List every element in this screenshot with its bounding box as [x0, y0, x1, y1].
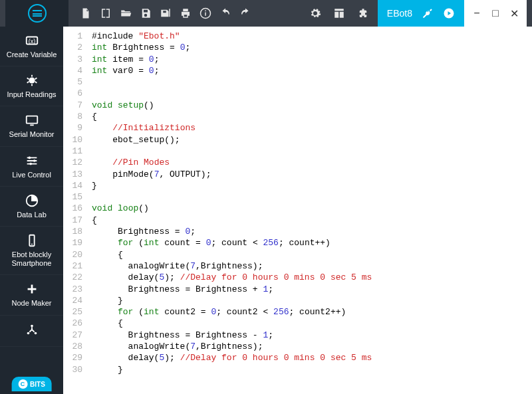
sidebar-item-node-maker[interactable]: Node Maker — [0, 275, 63, 315]
svg-point-6 — [29, 78, 35, 84]
svg-point-14 — [27, 332, 29, 334]
bug-icon — [25, 73, 39, 88]
code-line — [92, 146, 532, 157]
code-line: for (int count = 0; count < 256; count++… — [92, 237, 532, 248]
code-area[interactable]: #include "Ebot.h"int Brightness = 0;int … — [86, 27, 532, 394]
sidebar-item-label: Create Variable — [7, 50, 57, 59]
variable-icon: (x) — [25, 33, 39, 48]
window-controls: − □ ✕ — [464, 0, 527, 27]
code-line: ebot_setup(); — [92, 134, 532, 146]
sidebar-item-label: Live Control — [12, 171, 51, 179]
code-line: Brightness = Brightness - 1; — [92, 330, 532, 341]
code-line: } — [92, 295, 532, 306]
sidebar-item-create-variable[interactable]: (x) Create Variable — [0, 27, 63, 66]
code-line: delay(5); //Delay for 0 hours 0 mins 0 s… — [92, 352, 532, 363]
code-line: void loop() — [92, 203, 532, 214]
code-line: delay(5); //Delay for 0 hours 0 mins 0 s… — [92, 272, 532, 283]
code-line: Brightness = Brightness + 1; — [92, 284, 532, 295]
code-line — [92, 76, 532, 88]
code-line: pinMode(7, OUTPUT); — [92, 169, 532, 180]
sidebar: (x) Create Variable Input Readings Seria… — [0, 27, 63, 394]
gear-icon[interactable] — [306, 4, 325, 23]
code-line: Brightness = 0; — [92, 226, 532, 237]
code-line: } — [92, 364, 532, 375]
code-line: { — [92, 111, 532, 122]
sidebar-item-label: Node Maker — [12, 299, 52, 308]
maximize-icon[interactable]: □ — [489, 7, 501, 19]
book-icon[interactable] — [96, 4, 115, 23]
sidebar-item-label: Data Lab — [17, 211, 47, 219]
sidebar-item-label: Serial Monitor — [9, 130, 55, 139]
sidebar-item-label: Ebot blockly Smartphone — [3, 250, 61, 268]
code-line: analogWrite(7,Brightness); — [92, 260, 532, 272]
play-icon[interactable] — [443, 7, 455, 19]
sidebar-item-input-readings[interactable]: Input Readings — [0, 66, 63, 106]
smartphone-icon — [25, 233, 39, 248]
pie-chart-icon — [25, 193, 39, 208]
print-icon[interactable] — [176, 4, 195, 23]
new-file-icon[interactable] — [76, 4, 95, 23]
layout-icon[interactable] — [330, 4, 348, 23]
code-line: void setup() — [92, 100, 532, 111]
svg-text:(x): (x) — [28, 38, 35, 45]
code-line: for (int count2 = 0; count2 < 256; count… — [92, 306, 532, 318]
code-line: int var0 = 0; — [92, 65, 532, 76]
code-line: { — [92, 318, 532, 329]
code-line — [92, 88, 532, 99]
tab-label: EBot8 — [387, 8, 412, 19]
undo-icon[interactable] — [216, 4, 235, 23]
code-line: //Pin Modes — [92, 157, 532, 168]
save-icon[interactable] — [136, 4, 155, 23]
svg-point-8 — [28, 156, 31, 159]
code-editor[interactable]: 1234567891011121314151617181920212223242… — [63, 27, 532, 394]
svg-point-10 — [29, 162, 32, 165]
minimize-icon[interactable]: − — [471, 7, 483, 19]
bits-label: BITS — [30, 381, 45, 388]
code-line: //Initializtions — [92, 122, 532, 134]
open-folder-icon[interactable] — [116, 4, 135, 23]
sliders-icon — [25, 153, 39, 168]
code-line: int item = 0; — [92, 54, 532, 65]
sidebar-item-data-lab[interactable]: Data Lab — [0, 187, 63, 227]
sidebar-item-network[interactable] — [0, 316, 63, 347]
toolbar: EBot8 − □ ✕ — [0, 0, 532, 27]
sidebar-item-ebot-blockly-smartphone[interactable]: Ebot blockly Smartphone — [0, 227, 63, 275]
bits-c-icon: C — [18, 379, 27, 389]
app-logo[interactable] — [28, 4, 47, 23]
logo-cell — [5, 0, 68, 27]
code-line: } — [92, 180, 532, 191]
svg-point-15 — [34, 332, 37, 334]
network-icon — [25, 322, 39, 337]
redo-icon[interactable] — [236, 4, 255, 23]
svg-point-12 — [31, 244, 33, 245]
code-line: analogWrite(7,Brightness); — [92, 341, 532, 352]
code-line: #include "Ebot.h" — [92, 31, 532, 42]
svg-rect-2 — [205, 11, 206, 12]
svg-rect-7 — [26, 116, 37, 124]
plus-icon — [25, 282, 39, 296]
info-icon[interactable] — [196, 4, 215, 23]
svg-rect-1 — [205, 13, 206, 16]
monitor-icon — [25, 113, 39, 128]
code-line — [92, 191, 532, 203]
plugin-icon[interactable] — [354, 4, 372, 23]
svg-point-9 — [33, 159, 35, 162]
svg-point-13 — [31, 324, 33, 327]
sidebar-item-live-control[interactable]: Live Control — [0, 147, 63, 187]
sidebar-item-label: Input Readings — [7, 90, 57, 99]
save-all-icon[interactable] — [156, 4, 175, 23]
tools-icon[interactable] — [422, 7, 434, 19]
line-gutter: 1234567891011121314151617181920212223242… — [63, 27, 86, 394]
bits-badge[interactable]: C BITS — [11, 377, 52, 391]
tab-ebot8[interactable]: EBot8 — [378, 0, 464, 27]
sidebar-item-serial-monitor[interactable]: Serial Monitor — [0, 106, 63, 146]
code-line: { — [92, 215, 532, 226]
code-line: int Brightness = 0; — [92, 42, 532, 53]
code-line: { — [92, 249, 532, 260]
close-icon[interactable]: ✕ — [508, 7, 520, 20]
